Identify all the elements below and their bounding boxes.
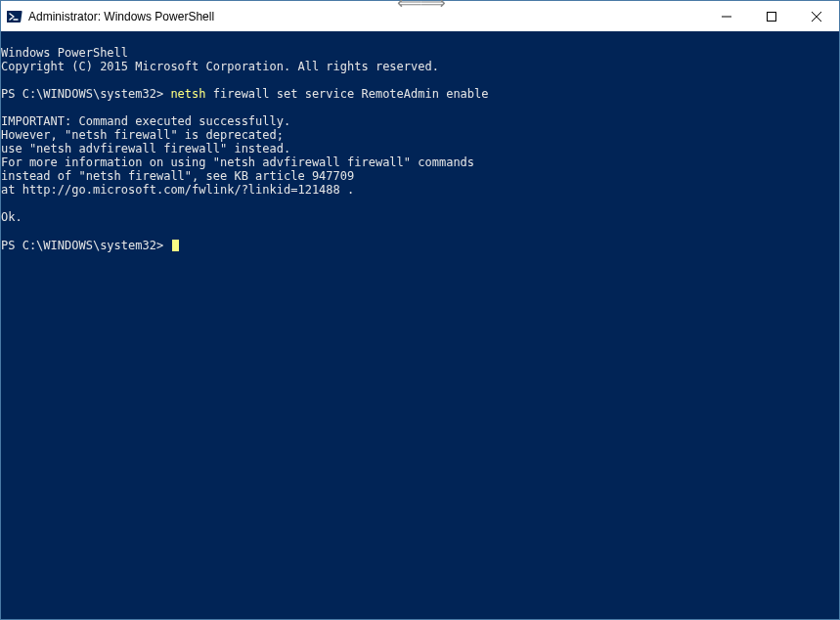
banner-line: Copyright (C) 2015 Microsoft Corporation… [1,60,439,73]
terminal-area[interactable]: Windows PowerShell Copyright (C) 2015 Mi… [1,31,839,619]
resize-handle-icon: ⟸⟹ [397,0,444,14]
window-controls [704,1,839,31]
blank-line [1,101,8,114]
minimize-button[interactable] [704,1,749,31]
titlebar[interactable]: ⟸⟹ Administrator: Windows PowerShell [1,1,839,31]
prompt-prefix: PS C:\WINDOWS\system32> [1,87,170,101]
svg-rect-0 [7,11,22,22]
prompt-prefix: PS C:\WINDOWS\system32> [1,239,170,252]
command-token: netsh [170,87,205,101]
banner-line: Windows PowerShell [1,46,128,60]
output-line: use "netsh advfirewall firewall" instead… [1,142,290,155]
output-line: instead of "netsh firewall", see KB arti… [1,169,354,183]
output-line: at http://go.microsoft.com/fwlink/?linki… [1,183,354,197]
blank-line [1,73,8,87]
prompt-line: PS C:\WINDOWS\system32> [1,239,179,252]
output-line: However, "netsh firewall" is deprecated; [1,128,284,142]
blank-line [1,197,8,210]
blank-line [1,224,8,238]
output-line: For more information on using "netsh adv… [1,155,474,169]
close-button[interactable] [794,1,839,31]
output-line: Ok. [1,210,22,224]
maximize-button[interactable] [749,1,794,31]
svg-rect-3 [768,12,776,21]
output-line: IMPORTANT: Command executed successfully… [1,114,290,128]
window-title: Administrator: Windows PowerShell [28,10,214,23]
cursor-icon [172,240,179,251]
powershell-window: ⟸⟹ Administrator: Windows PowerShell Win… [0,0,840,620]
prompt-line: PS C:\WINDOWS\system32> netsh firewall s… [1,87,489,101]
command-args: firewall set service RemoteAdmin enable [206,87,489,101]
powershell-icon [7,9,22,24]
